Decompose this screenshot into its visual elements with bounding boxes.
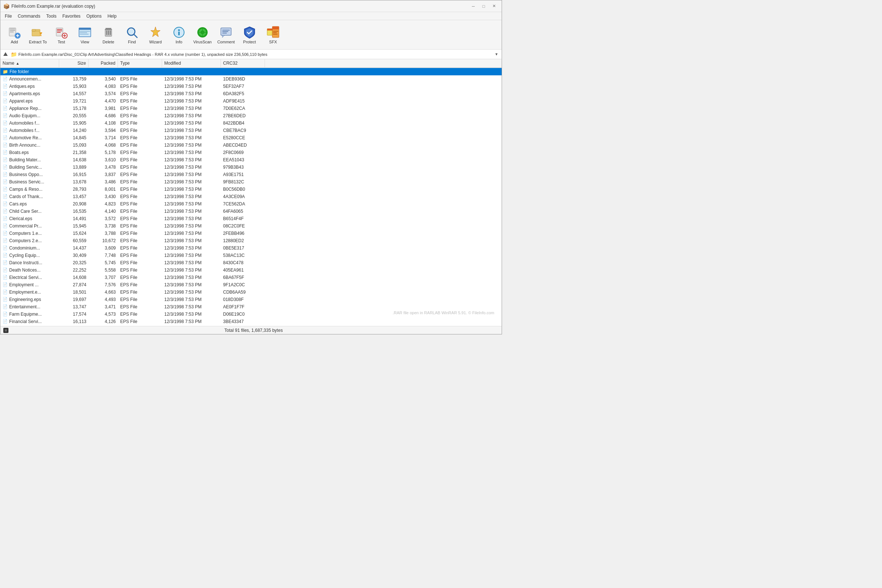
menu-help[interactable]: Help bbox=[104, 13, 119, 20]
file-row[interactable]: 📄 Farm Equipme... 17,574 4,573 EPS File … bbox=[0, 310, 502, 318]
file-row[interactable]: 📄 Employment ... 27,874 7,576 EPS File 1… bbox=[0, 281, 502, 288]
info-button[interactable]: Info bbox=[168, 22, 190, 48]
file-icon: 📄 bbox=[3, 319, 8, 324]
file-icon: 📄 bbox=[3, 238, 8, 243]
file-packed-cell: 3,609 bbox=[88, 244, 118, 252]
file-row[interactable]: 📄 Child Care Ser... 16,535 4,140 EPS Fil… bbox=[0, 208, 502, 215]
file-row[interactable]: 📄 Condominium... 14,437 3,609 EPS File 1… bbox=[0, 244, 502, 252]
file-row[interactable]: 📄 Clerical.eps 14,491 3,572 EPS File 12/… bbox=[0, 215, 502, 222]
file-packed-cell: 3,714 bbox=[88, 134, 118, 141]
file-list[interactable]: 📁 File folder 📄 Announcemen... 13,759 3,… bbox=[0, 68, 502, 326]
file-row[interactable]: 📄 Death Notices... 22,252 5,558 EPS File… bbox=[0, 266, 502, 274]
maximize-button[interactable]: □ bbox=[479, 3, 488, 10]
find-button[interactable]: Find bbox=[121, 22, 143, 48]
file-row[interactable]: 📄 Business Oppo... 16,915 3,837 EPS File… bbox=[0, 171, 502, 178]
file-type-cell: EPS File bbox=[118, 288, 162, 296]
file-row[interactable]: 📄 Financial Servi... 16,113 4,126 EPS Fi… bbox=[0, 318, 502, 325]
file-packed-cell: 4,083 bbox=[88, 82, 118, 90]
title-bar: 📦 FileInfo.com Example.rar (evaluation c… bbox=[0, 0, 502, 12]
view-button[interactable]: View bbox=[74, 22, 96, 48]
menu-file[interactable]: File bbox=[2, 13, 15, 20]
file-size-cell: 17,574 bbox=[59, 310, 88, 318]
svg-marker-55 bbox=[3, 52, 8, 56]
col-header-size[interactable]: Size bbox=[59, 59, 88, 68]
address-dropdown[interactable]: ▼ bbox=[493, 51, 500, 58]
menu-tools[interactable]: Tools bbox=[44, 13, 60, 20]
file-type-cell: EPS File bbox=[118, 90, 162, 98]
file-row[interactable]: 📄 Automobiles f... 15,905 4,108 EPS File… bbox=[0, 119, 502, 127]
file-row[interactable]: 📄 Automobiles f... 14,240 3,594 EPS File… bbox=[0, 127, 502, 134]
file-row[interactable]: 📄 Camps & Reso... 28,793 8,001 EPS File … bbox=[0, 186, 502, 193]
extract-to-button[interactable]: Extract To bbox=[27, 22, 49, 48]
file-modified-cell: 12/3/1998 7:53 PM bbox=[162, 303, 221, 310]
file-row[interactable]: 📄 Apartments.eps 14,557 3,574 EPS File 1… bbox=[0, 90, 502, 98]
col-header-name[interactable]: Name ▲ bbox=[0, 59, 59, 68]
comment-label: Comment bbox=[217, 40, 235, 44]
file-name-cell: 📄 Business Servic... bbox=[0, 178, 59, 186]
file-row[interactable]: 📄 Commercial Pr... 15,945 3,738 EPS File… bbox=[0, 222, 502, 230]
col-header-modified[interactable]: Modified bbox=[162, 59, 221, 68]
file-row[interactable]: 📄 Building Mater... 14,638 3,610 EPS Fil… bbox=[0, 156, 502, 164]
file-row[interactable]: 📄 Automotive Re... 14,845 3,714 EPS File… bbox=[0, 134, 502, 141]
file-row[interactable]: 📄 Employment.e... 18,501 4,663 EPS File … bbox=[0, 288, 502, 296]
menu-commands[interactable]: Commands bbox=[15, 13, 43, 20]
minimize-button[interactable]: ─ bbox=[469, 3, 478, 10]
col-header-packed[interactable]: Packed bbox=[88, 59, 118, 68]
nav-up-button[interactable] bbox=[2, 51, 9, 58]
file-row[interactable]: 📄 Appliance Rep... 15,178 3,981 EPS File… bbox=[0, 105, 502, 112]
file-row[interactable]: 📄 Announcemen... 13,759 3,540 EPS File 1… bbox=[0, 75, 502, 82]
file-row[interactable]: 📄 Computers 2.e... 60,559 10,672 EPS Fil… bbox=[0, 237, 502, 244]
file-crc-cell: A93E1751 bbox=[221, 171, 265, 178]
folder-row[interactable]: 📁 File folder bbox=[0, 68, 502, 75]
file-row[interactable]: 📄 Audio Equipm... 20,555 4,686 EPS File … bbox=[0, 112, 502, 119]
virusscan-button[interactable]: VirusScan bbox=[192, 22, 213, 48]
file-row[interactable]: 📄 Business Servic... 13,678 3,486 EPS Fi… bbox=[0, 178, 502, 186]
file-row[interactable]: 📄 Engineering.eps 19,697 4,493 EPS File … bbox=[0, 296, 502, 303]
file-row[interactable]: 📄 Cars.eps 20,908 4,823 EPS File 12/3/19… bbox=[0, 200, 502, 208]
close-button[interactable]: ✕ bbox=[489, 3, 499, 10]
file-icon: 📄 bbox=[3, 157, 8, 162]
comment-button[interactable]: Comment bbox=[215, 22, 237, 48]
file-row[interactable]: 📄 Dance Instructi... 20,325 5,745 EPS Fi… bbox=[0, 259, 502, 266]
file-name-cell: 📄 Boats.eps bbox=[0, 149, 59, 156]
file-icon: 📄 bbox=[3, 267, 8, 272]
file-row[interactable]: 📄 Birth Announc... 15,093 4,068 EPS File… bbox=[0, 141, 502, 149]
file-size-cell: 14,557 bbox=[59, 90, 88, 98]
file-row[interactable]: 📄 Computers 1.e... 15,624 3,788 EPS File… bbox=[0, 230, 502, 237]
file-packed-cell: 3,540 bbox=[88, 75, 118, 82]
file-packed-cell: 4,663 bbox=[88, 288, 118, 296]
status-indicator bbox=[3, 328, 9, 333]
file-row[interactable]: 📄 Antiques.eps 15,903 4,083 EPS File 12/… bbox=[0, 82, 502, 90]
file-modified-cell: 12/3/1998 7:53 PM bbox=[162, 318, 221, 325]
test-button[interactable]: Test bbox=[50, 22, 72, 48]
menu-options[interactable]: Options bbox=[83, 13, 104, 20]
file-name-cell: 📄 Audio Equipm... bbox=[0, 112, 59, 119]
add-button[interactable]: Add bbox=[3, 22, 26, 48]
delete-button[interactable]: Delete bbox=[98, 22, 119, 48]
svg-rect-6 bbox=[17, 34, 18, 37]
test-icon bbox=[55, 26, 68, 39]
col-header-type[interactable]: Type bbox=[118, 59, 162, 68]
col-header-crc[interactable]: CRC32 bbox=[221, 59, 265, 68]
file-row[interactable]: 📄 Apparel.eps 19,721 4,470 EPS File 12/3… bbox=[0, 98, 502, 105]
file-row[interactable]: 📄 Boats.eps 21,358 5,178 EPS File 12/3/1… bbox=[0, 149, 502, 156]
file-packed-cell: 5,745 bbox=[88, 259, 118, 266]
file-size-cell: 19,721 bbox=[59, 98, 88, 105]
file-row[interactable]: 📄 Building Servic... 13,889 3,478 EPS Fi… bbox=[0, 164, 502, 171]
file-row[interactable]: 📄 Cycling Equip... 30,409 7,748 EPS File… bbox=[0, 252, 502, 259]
file-row[interactable]: 📄 Electrical Servi... 14,608 3,707 EPS F… bbox=[0, 274, 502, 281]
protect-button[interactable]: Protect bbox=[238, 22, 261, 48]
file-modified-cell: 12/3/1998 7:53 PM bbox=[162, 310, 221, 318]
sfx-button[interactable]: SFX bbox=[262, 22, 284, 48]
file-row[interactable]: 📄 Entertainment... 13,747 3,471 EPS File… bbox=[0, 303, 502, 310]
file-icon: 📄 bbox=[3, 246, 8, 250]
file-icon: 📄 bbox=[3, 216, 8, 221]
file-row[interactable]: 📄 Cards of Thank... 13,457 3,430 EPS Fil… bbox=[0, 193, 502, 200]
menu-favorites[interactable]: Favorites bbox=[60, 13, 83, 20]
file-type-cell: EPS File bbox=[118, 222, 162, 230]
file-size-cell: 14,845 bbox=[59, 134, 88, 141]
file-type-cell: EPS File bbox=[118, 119, 162, 127]
file-crc-cell: 9F1A2C0C bbox=[221, 281, 265, 288]
file-size-cell: 15,905 bbox=[59, 119, 88, 127]
wizard-button[interactable]: Wizard bbox=[144, 22, 166, 48]
